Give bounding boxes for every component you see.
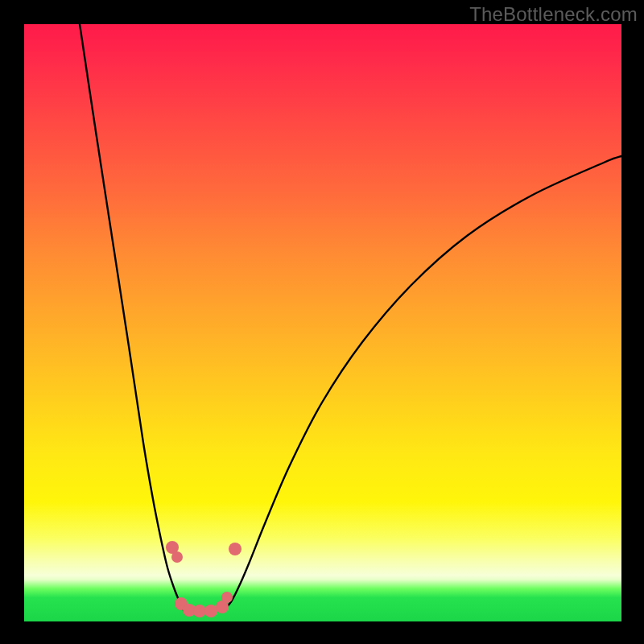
- data-marker-8: [229, 543, 242, 555]
- data-marker-7: [221, 592, 233, 603]
- data-marker-5: [204, 605, 217, 617]
- outer-frame: TheBottleneck.com: [0, 0, 644, 644]
- data-markers: [166, 541, 242, 617]
- data-marker-1: [171, 551, 183, 563]
- watermark-text: TheBottleneck.com: [469, 3, 638, 26]
- curve-right-branch: [224, 156, 621, 610]
- data-marker-4: [193, 605, 206, 617]
- curve-left-branch: [80, 24, 184, 610]
- chart-svg: [24, 24, 621, 621]
